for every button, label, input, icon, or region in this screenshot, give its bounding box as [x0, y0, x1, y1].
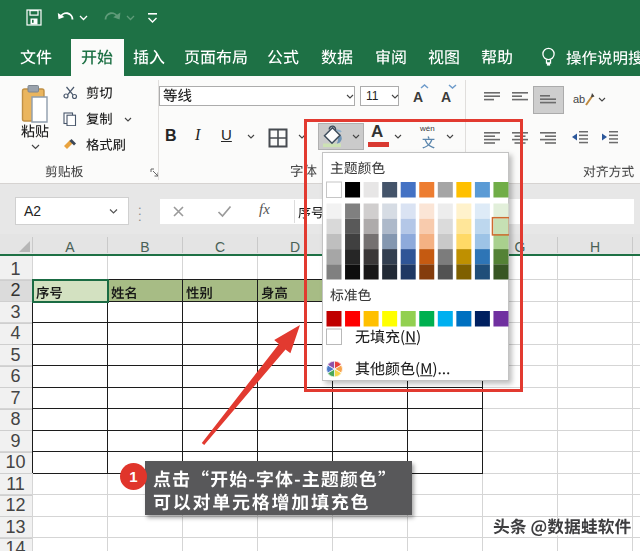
svg-text:ab: ab: [573, 93, 585, 105]
